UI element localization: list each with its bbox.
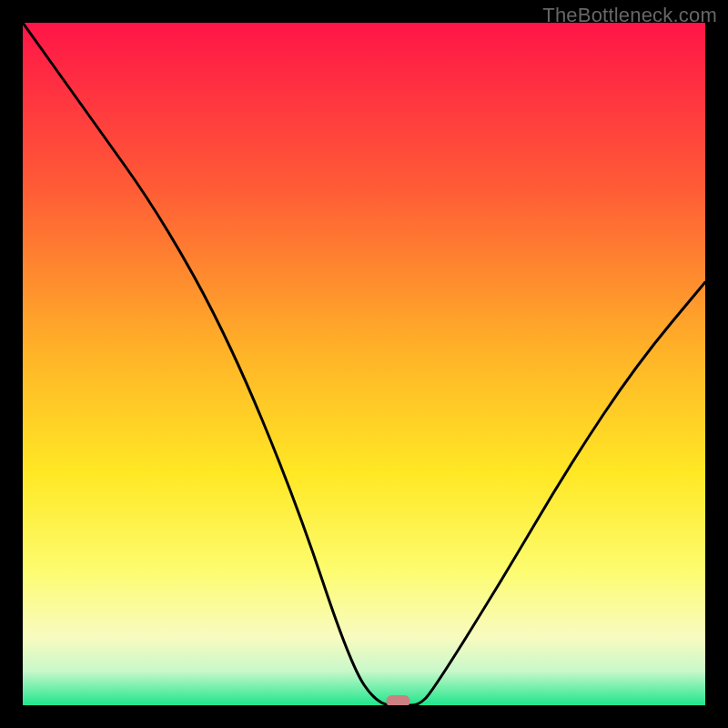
chart-background [23,23,705,705]
watermark-text: TheBottleneck.com [542,4,717,27]
chart-plot-area [23,23,705,705]
optimal-point-marker [387,695,410,705]
bottleneck-chart [23,23,705,705]
